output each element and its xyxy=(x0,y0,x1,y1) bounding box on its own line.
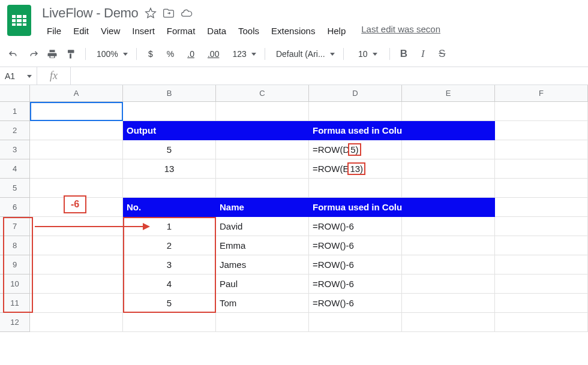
cell-D11[interactable]: =ROW()-6 xyxy=(309,294,402,313)
currency-icon[interactable]: $ xyxy=(143,46,158,62)
row-header-11[interactable]: 11 xyxy=(0,294,30,313)
star-icon[interactable] xyxy=(145,7,157,19)
cell-C3[interactable] xyxy=(216,140,309,159)
cloud-icon[interactable] xyxy=(181,7,193,19)
cell-E8[interactable] xyxy=(402,236,495,255)
cell-A4[interactable] xyxy=(30,159,123,179)
cell-C8[interactable]: Emma xyxy=(216,236,309,255)
cell-B10[interactable]: 4 xyxy=(123,274,216,294)
print-icon[interactable] xyxy=(44,46,60,62)
bold-icon[interactable]: B xyxy=(396,46,412,62)
cell-B1[interactable] xyxy=(123,102,216,121)
cell-E10[interactable] xyxy=(402,274,495,294)
cell-A5[interactable] xyxy=(30,179,123,198)
cell-F11[interactable] xyxy=(495,294,588,313)
paint-format-icon[interactable] xyxy=(64,46,79,62)
menu-extensions[interactable]: Extensions xyxy=(266,24,320,38)
column-header-C[interactable]: C xyxy=(216,85,309,102)
cell-B3[interactable]: 5 xyxy=(123,140,216,159)
row-header-9[interactable]: 9 xyxy=(0,255,30,274)
cell-D10[interactable]: =ROW()-6 xyxy=(309,274,402,294)
cell-B12[interactable] xyxy=(123,313,216,332)
cell-C1[interactable] xyxy=(216,102,309,121)
row-header-7[interactable]: 7 xyxy=(0,217,30,236)
cell-D9[interactable]: =ROW()-6 xyxy=(309,255,402,274)
cell-E11[interactable] xyxy=(402,294,495,313)
cell-A11[interactable] xyxy=(30,294,123,313)
row-header-10[interactable]: 10 xyxy=(0,274,30,294)
more-formats-icon[interactable]: 123 xyxy=(227,46,258,62)
cell-D4[interactable]: =ROW(E13) xyxy=(309,159,402,179)
cell-F6[interactable] xyxy=(495,198,588,217)
cell-F8[interactable] xyxy=(495,236,588,255)
redo-icon[interactable] xyxy=(25,46,41,62)
cell-E6[interactable] xyxy=(402,198,495,217)
cell-E1[interactable] xyxy=(402,102,495,121)
cell-B6[interactable]: No. xyxy=(123,198,216,217)
cell-D1[interactable] xyxy=(309,102,402,121)
cell-D2[interactable]: Formua used in Column B xyxy=(309,121,402,140)
cell-B11[interactable]: 5 xyxy=(123,294,216,313)
cell-E5[interactable] xyxy=(402,179,495,198)
decrease-decimal-icon[interactable]: .0 xyxy=(182,46,199,62)
menu-data[interactable]: Data xyxy=(202,24,231,38)
move-icon[interactable] xyxy=(163,7,175,19)
row-header-8[interactable]: 8 xyxy=(0,236,30,255)
cell-E3[interactable] xyxy=(402,140,495,159)
column-header-A[interactable]: A xyxy=(30,85,123,102)
last-edit-link[interactable]: Last edit was secon xyxy=(361,24,440,38)
column-header-F[interactable]: F xyxy=(495,85,588,102)
menu-help[interactable]: Help xyxy=(322,24,350,38)
cell-D5[interactable] xyxy=(309,179,402,198)
cell-A9[interactable] xyxy=(30,255,123,274)
cell-B5[interactable] xyxy=(123,179,216,198)
menu-tools[interactable]: Tools xyxy=(233,24,264,38)
cell-A12[interactable] xyxy=(30,313,123,332)
cell-F2[interactable] xyxy=(495,121,588,140)
cell-B4[interactable]: 13 xyxy=(123,159,216,179)
cell-B7[interactable]: 1 xyxy=(123,217,216,236)
cell-F7[interactable] xyxy=(495,217,588,236)
cell-A2[interactable] xyxy=(30,121,123,140)
menu-edit[interactable]: Edit xyxy=(68,24,94,38)
select-all-corner[interactable] xyxy=(0,85,30,102)
cell-F10[interactable] xyxy=(495,274,588,294)
cell-D12[interactable] xyxy=(309,313,402,332)
cell-C10[interactable]: Paul xyxy=(216,274,309,294)
formula-bar[interactable] xyxy=(71,67,588,85)
column-header-B[interactable]: B xyxy=(123,85,216,102)
cell-C7[interactable]: David xyxy=(216,217,309,236)
cell-C9[interactable]: James xyxy=(216,255,309,274)
cell-E12[interactable] xyxy=(402,313,495,332)
cell-F1[interactable] xyxy=(495,102,588,121)
strikethrough-icon[interactable]: S xyxy=(434,46,450,62)
column-header-E[interactable]: E xyxy=(402,85,495,102)
cell-B8[interactable]: 2 xyxy=(123,236,216,255)
cell-C12[interactable] xyxy=(216,313,309,332)
cell-D6[interactable]: Formua used in Column B xyxy=(309,198,402,217)
cell-E4[interactable] xyxy=(402,159,495,179)
cell-D8[interactable]: =ROW()-6 xyxy=(309,236,402,255)
cell-A1[interactable] xyxy=(30,102,123,121)
cell-E9[interactable] xyxy=(402,255,495,274)
cell-C11[interactable]: Tom xyxy=(216,294,309,313)
menu-view[interactable]: View xyxy=(96,24,125,38)
cell-A10[interactable] xyxy=(30,274,123,294)
menu-file[interactable]: File xyxy=(42,24,66,38)
row-header-1[interactable]: 1 xyxy=(0,102,30,121)
cell-F3[interactable] xyxy=(495,140,588,159)
row-header-2[interactable]: 2 xyxy=(0,121,30,140)
percent-icon[interactable]: % xyxy=(162,46,179,62)
cell-F12[interactable] xyxy=(495,313,588,332)
font-size-select[interactable]: 10 xyxy=(350,46,383,62)
cell-C4[interactable] xyxy=(216,159,309,179)
cell-B9[interactable]: 3 xyxy=(123,255,216,274)
row-header-3[interactable]: 3 xyxy=(0,140,30,159)
cell-D7[interactable]: =ROW()-6 xyxy=(309,217,402,236)
menu-insert[interactable]: Insert xyxy=(127,24,160,38)
column-header-D[interactable]: D xyxy=(309,85,402,102)
cell-A7[interactable] xyxy=(30,217,123,236)
cell-A6[interactable] xyxy=(30,198,123,217)
cell-D3[interactable]: =ROW(D5) xyxy=(309,140,402,159)
cell-C5[interactable] xyxy=(216,179,309,198)
